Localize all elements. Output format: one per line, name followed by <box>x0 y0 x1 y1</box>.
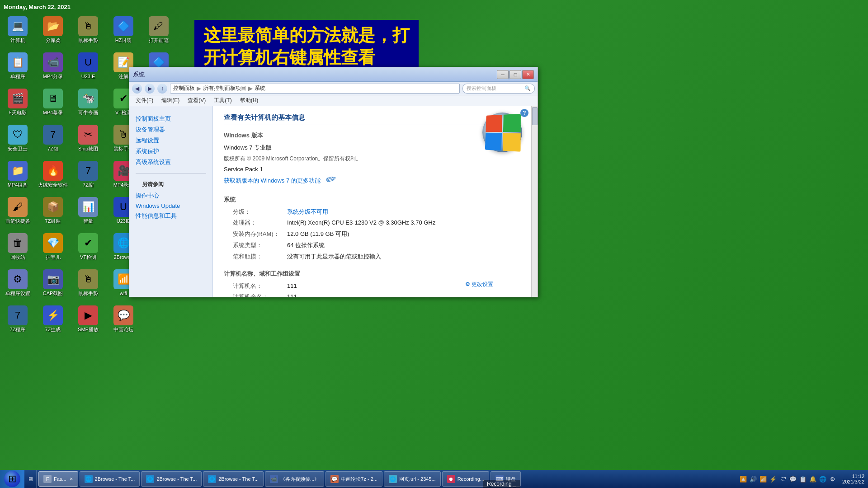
tray-icon-3[interactable]: ⚡ <box>769 475 777 483</box>
tray-icon-2[interactable]: 📶 <box>759 475 767 483</box>
taskbar-btn-1[interactable]: 🌐 2Browse - The T... <box>80 471 140 487</box>
tray-icon-1[interactable]: 🔊 <box>749 475 757 483</box>
desktop-icon-14[interactable]: 📦 7Z封裝 <box>35 194 71 230</box>
desktop-icon-36[interactable]: 🖊 打开画笔 <box>141 14 176 50</box>
desktop-icon-26[interactable]: ▶ SMP播放 <box>71 303 106 339</box>
icon-image-2: 🎬 <box>8 89 28 108</box>
forward-button[interactable]: ▶ <box>145 84 155 94</box>
taskbar-show-desktop[interactable]: 🖥 <box>26 475 34 483</box>
sidebar-link-home[interactable]: 控制面板主页 <box>136 113 206 124</box>
desktop-icon-6[interactable]: 🗑 回收站 <box>0 230 35 267</box>
taskbar-btn-0[interactable]: F Fas... ✕ <box>38 471 78 487</box>
desktop-icon-17[interactable]: ⚡ 7Z生成 <box>35 303 71 339</box>
more-info-link[interactable]: 获取新版本的 Windows 7 的更多功能 <box>224 176 321 186</box>
desktop-icon-27[interactable]: 🔷 HZ封装 <box>106 14 141 50</box>
menu-view[interactable]: 查看(V) <box>184 96 209 105</box>
sidebar-also-section: 另请参阅 操作中心 Windows Update 性能信息和工具 <box>129 177 212 223</box>
icon-label-7: 单程序设置 <box>5 291 30 296</box>
back-button[interactable]: ◀ <box>132 84 142 94</box>
desktop-icon-21[interactable]: ✂ Snip截图 <box>71 122 106 158</box>
address-path[interactable]: 控制面板 ▶ 所有控制面板项目 ▶ 系统 <box>170 84 460 94</box>
sidebar-link-device-manager[interactable]: 设备管理器 <box>136 124 206 135</box>
menu-file[interactable]: 文件(F) <box>132 96 157 105</box>
desktop-icon-9[interactable]: 📂 分库柔 <box>35 14 71 50</box>
sidebar-link-protection[interactable]: 系统保护 <box>136 146 206 157</box>
close-button[interactable]: ✕ <box>522 70 534 79</box>
taskbar-icon-3: 🌐 <box>208 475 216 483</box>
sidebar-link-action[interactable]: 操作中心 <box>136 190 206 201</box>
main-section-title: 查看有关计算机的基本信息 <box>224 113 520 125</box>
desktop-icon-15[interactable]: 💎 护宝儿 <box>35 230 71 267</box>
tray-icon-5[interactable]: 💬 <box>789 475 797 483</box>
window-scrollbar[interactable] <box>531 106 538 297</box>
desktop-icon-13[interactable]: 🔥 火绒安全软件 <box>35 158 71 194</box>
taskbar-label-recording: Recording... <box>458 476 484 482</box>
desktop-icon-24[interactable]: ✔ VT检测 <box>71 230 106 267</box>
desktop-icon-4[interactable]: 📁 MP4组备 <box>0 158 35 194</box>
menu-help[interactable]: 帮助(H) <box>236 96 262 105</box>
desktop-icon-23[interactable]: 📊 智量 <box>71 194 106 230</box>
taskbar-btn-5[interactable]: 💬 中画论坛7z - 2... <box>326 471 382 487</box>
desktop-icon-0[interactable]: 💻 计算机 <box>0 14 35 50</box>
icon-label-11: MP4幕录 <box>43 110 63 116</box>
icon-label-34: wifi <box>120 291 127 296</box>
desktop-icon-25[interactable]: 🖱 鼠标手势 <box>71 267 106 303</box>
taskbar-btn-2[interactable]: 🌐 2Browse - The T... <box>141 471 202 487</box>
desktop-icon-12[interactable]: 7 7Z包 <box>35 122 71 158</box>
window-titlebar: 系统 ─ □ ✕ <box>129 67 538 82</box>
desktop-icon-10[interactable]: 📹 MP4分录 <box>35 50 71 86</box>
desktop-icon-19[interactable]: U U23IE <box>71 50 106 86</box>
rating-value[interactable]: 系统分级不可用 <box>287 207 328 217</box>
tray-network-icon[interactable]: 🔼 <box>739 475 747 483</box>
sidebar-link-update[interactable]: Windows Update <box>136 201 206 211</box>
desktop-icon-20[interactable]: 🐄 可牛专画 <box>71 86 106 122</box>
taskbar-icon-4: 📹 <box>270 475 278 483</box>
menu-edit[interactable]: 编辑(E) <box>158 96 183 105</box>
desktop-icon-35[interactable]: 💬 中画论坛 <box>106 303 141 339</box>
sidebar-link-performance[interactable]: 性能信息和工具 <box>136 211 206 221</box>
taskbar-btn-6[interactable]: 🌐 网页.url - 2345... <box>384 471 441 487</box>
change-settings-link[interactable]: ⚙ 更改设置 <box>465 281 493 287</box>
desktop-icon-8[interactable]: 7 7Z程序 <box>0 303 35 339</box>
banner-overlay: 这里最简单的方法就是，打 开计算机右键属性查看 <box>194 20 419 74</box>
tray-icon-6[interactable]: 📋 <box>799 475 807 483</box>
desktop-icon-1[interactable]: 📋 单程序 <box>0 50 35 86</box>
icon-image-23: 📊 <box>78 197 98 217</box>
desktop-icon-22[interactable]: 7 7Z缩 <box>71 158 106 194</box>
desktop-icon-2[interactable]: 🎬 5天电影 <box>0 86 35 122</box>
maximize-button[interactable]: □ <box>509 70 521 79</box>
tray-icon-8[interactable]: 🌐 <box>819 475 827 483</box>
start-button[interactable]: ⊞ <box>0 470 24 488</box>
icon-image-35: 💬 <box>113 305 133 325</box>
minimize-button[interactable]: ─ <box>497 70 509 79</box>
taskbar: ⊞ 🖥 F Fas... ✕ 🌐 2Browse - The T... 🌐 2B… <box>0 470 868 488</box>
rating-row: 分级： 系统分级不可用 <box>224 206 520 218</box>
icon-label-26: SMP播放 <box>78 327 99 333</box>
desktop-icon-16[interactable]: 📷 CAP截图 <box>35 267 71 303</box>
taskbar-label-3: 2Browse - The T... <box>218 476 259 482</box>
up-button[interactable]: ↑ <box>157 84 167 94</box>
help-icon[interactable]: ? <box>520 109 528 117</box>
close-icon-0[interactable]: ✕ <box>70 477 73 481</box>
tray-icon-7[interactable]: 🔔 <box>809 475 817 483</box>
taskbar-btn-4[interactable]: 📹 《各办视频传...》 <box>265 471 324 487</box>
desktop-icon-11[interactable]: 🖥 MP4幕录 <box>35 86 71 122</box>
icon-image-8: 7 <box>8 305 28 325</box>
tray-icon-4[interactable]: 🛡 <box>779 475 787 483</box>
desktop-icon-7[interactable]: ⚙ 单程序设置 <box>0 267 35 303</box>
taskbar-btn-3[interactable]: 🌐 2Browse - The T... <box>203 471 264 487</box>
search-box[interactable]: 搜索控制面板 🔍 <box>462 84 535 94</box>
icon-label-35: 中画论坛 <box>113 327 133 333</box>
desktop-icon-18[interactable]: 🖱 鼠标手势 <box>71 14 106 50</box>
icon-label-25: 鼠标手势 <box>78 291 98 296</box>
desktop-icon-3[interactable]: 🛡 安全卫士 <box>0 122 35 158</box>
scrollbar-thumb[interactable] <box>532 107 538 125</box>
icon-label-32: U23IE <box>117 218 131 224</box>
desktop-icon-5[interactable]: 🖌 画笔快捷备 <box>0 194 35 230</box>
sidebar-link-remote[interactable]: 远程设置 <box>136 135 206 146</box>
menu-tools[interactable]: 工具(T) <box>210 96 235 105</box>
tray-icon-9[interactable]: ⚙ <box>829 475 837 483</box>
sidebar-link-advanced[interactable]: 高级系统设置 <box>136 157 206 168</box>
path-part1: 控制面板 <box>173 84 195 92</box>
taskbar-btn-recording[interactable]: ⏺ Recording... <box>442 471 489 487</box>
